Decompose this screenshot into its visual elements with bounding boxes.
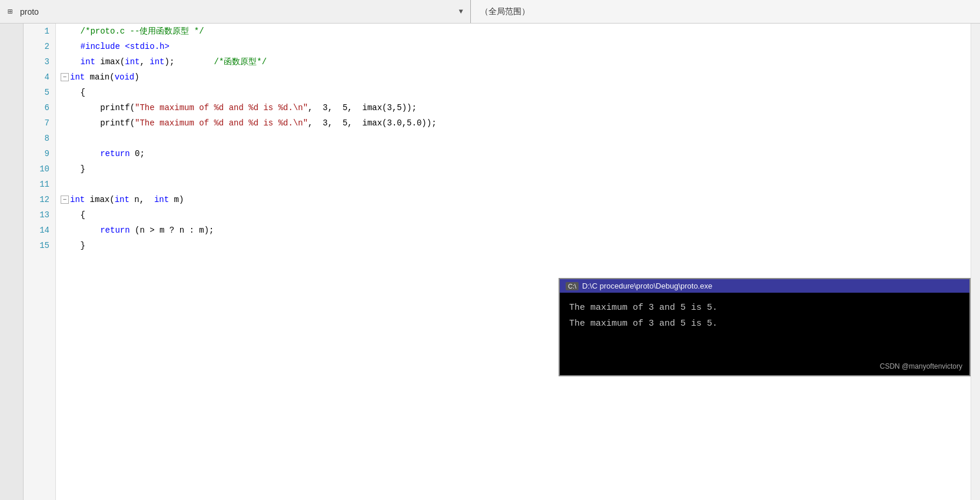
code-editor[interactable]: /*proto.c --使用函数原型 */ #include <stdio.h>… <box>56 24 971 500</box>
code-token: , 3, 5, imax(3,5)); <box>308 103 417 112</box>
code-token <box>61 210 81 220</box>
line-number: 12 <box>24 192 55 207</box>
code-token: int <box>81 57 95 67</box>
line-number: 1 <box>24 24 55 39</box>
scope-text: （全局范围） <box>480 6 530 17</box>
code-line: printf(″The maximum of %d and %d is %d.\… <box>56 115 971 131</box>
code-token: } <box>81 164 85 174</box>
code-line: −int imax(int n, int m) <box>56 192 971 207</box>
line-number: 5 <box>24 85 55 100</box>
code-line: return 0; <box>56 146 971 161</box>
watermark: CSDN @manyoftenvictory <box>880 362 962 370</box>
code-token: int <box>70 195 85 204</box>
code-token: { <box>81 210 85 220</box>
code-token: m) <box>169 195 184 204</box>
console-title: D:\C procedure\proto\Debug\proto.exe <box>582 282 712 290</box>
code-line: #include <stdio.h> <box>56 39 971 54</box>
code-line: } <box>56 161 971 177</box>
code-token: #include <box>81 42 120 51</box>
collapse-button[interactable]: − <box>61 196 69 204</box>
code-token: ) <box>134 72 139 82</box>
code-token: printf( <box>100 103 135 112</box>
code-token: (n > m ? n : m); <box>130 226 214 235</box>
code-line: printf(″The maximum of %d and %d is %d.\… <box>56 100 971 115</box>
main-area: 123456789101112131415 /*proto.c --使用函数原型… <box>0 24 980 500</box>
code-line: } <box>56 238 971 253</box>
code-token: int <box>154 195 169 204</box>
code-line: /*proto.c --使用函数原型 */ <box>56 24 971 39</box>
code-line: { <box>56 207 971 223</box>
line-number: 11 <box>24 177 55 192</box>
code-token: n, <box>129 195 154 204</box>
code-token: int <box>115 195 129 204</box>
file-icon: ⊞ <box>5 6 15 17</box>
console-window: C:\ D:\C procedure\proto\Debug\proto.exe… <box>559 278 971 376</box>
code-line <box>56 177 971 192</box>
console-line-2: The maximum of 3 and 5 is 5. <box>569 316 960 332</box>
code-token: return <box>100 149 129 158</box>
code-token: ″The maximum of %d and %d is %d.\n″ <box>135 103 308 112</box>
code-token <box>61 88 81 97</box>
code-token: int <box>125 57 139 67</box>
code-token: imax( <box>95 57 125 67</box>
code-line: int imax(int, int); /*函数原型*/ <box>56 54 971 69</box>
code-token: { <box>81 88 85 97</box>
code-token: /*proto.c --使用函数原型 */ <box>81 26 204 37</box>
line-number: 10 <box>24 161 55 177</box>
code-token: return <box>100 226 129 235</box>
console-title-bar: C:\ D:\C procedure\proto\Debug\proto.exe <box>560 279 969 293</box>
code-line: −int main(void) <box>56 69 971 85</box>
line-number: 7 <box>24 115 55 131</box>
code-token: , 3, 5, imax(3.0,5.0)); <box>308 118 436 128</box>
line-number: 15 <box>24 238 55 253</box>
code-line <box>56 131 971 146</box>
file-name: proto <box>20 7 456 16</box>
code-token: int <box>70 72 85 82</box>
scope-display: （全局范围） <box>471 6 980 17</box>
line-number: 4 <box>24 69 55 85</box>
code-token: imax( <box>85 195 114 204</box>
line-number: 13 <box>24 207 55 223</box>
line-number: 9 <box>24 146 55 161</box>
code-token: int <box>150 57 164 67</box>
console-icon: C:\ <box>566 282 579 290</box>
code-token: printf( <box>100 118 135 128</box>
code-token <box>61 118 100 128</box>
code-token <box>61 241 81 250</box>
line-number: 8 <box>24 131 55 146</box>
line-number: 14 <box>24 223 55 238</box>
left-sidebar <box>0 24 24 500</box>
line-number: 2 <box>24 39 55 54</box>
code-token: void <box>115 72 135 82</box>
code-token: <stdio.h> <box>120 42 170 51</box>
line-numbers: 123456789101112131415 <box>24 24 56 500</box>
code-token <box>61 57 81 67</box>
line-number: 3 <box>24 54 55 69</box>
code-token <box>61 103 100 112</box>
code-token: } <box>81 241 85 250</box>
code-token <box>61 164 81 174</box>
code-token: ″The maximum of %d and %d is %d.\n″ <box>135 118 308 128</box>
code-token: ); <box>165 57 214 67</box>
collapse-button[interactable]: − <box>61 73 69 81</box>
code-token <box>61 149 100 158</box>
code-token <box>61 42 81 51</box>
top-bar: ⊞ proto ▼ （全局范围） <box>0 0 980 24</box>
line-number: 6 <box>24 100 55 115</box>
code-token: /*函数原型*/ <box>214 57 267 67</box>
right-scrollbar[interactable] <box>971 24 980 500</box>
dropdown-arrow[interactable]: ▼ <box>456 8 466 16</box>
code-token: 0; <box>130 149 145 158</box>
code-token <box>61 226 100 235</box>
code-token: main( <box>85 72 114 82</box>
file-selector[interactable]: ⊞ proto ▼ <box>0 0 471 23</box>
code-token: , <box>139 57 150 67</box>
code-token <box>61 27 81 36</box>
console-line-1: The maximum of 3 and 5 is 5. <box>569 300 960 316</box>
code-line: { <box>56 85 971 100</box>
code-line: return (n > m ? n : m); <box>56 223 971 238</box>
